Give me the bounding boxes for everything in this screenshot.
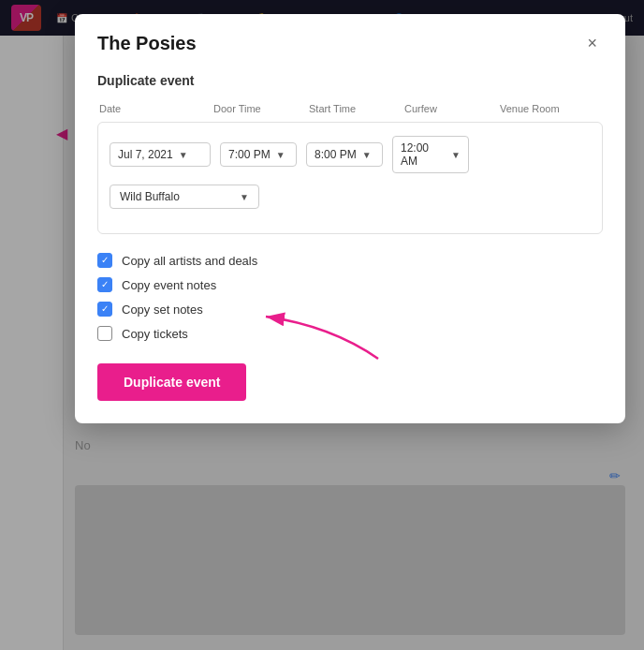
datetime-row: Jul 7, 2021 ▼ 7:00 PM ▼ 8:00 PM ▼ 12:00 … [110,136,591,173]
curfew-chevron-icon: ▼ [451,150,461,160]
venue-value: Wild Buffalo [120,190,180,203]
curfew-header: Curfew [404,103,489,114]
copy-artists-checkbox[interactable] [97,253,112,268]
copy-event-notes-checkbox[interactable] [97,277,112,292]
copy-tickets-checkbox[interactable] [97,326,112,341]
venue-chevron-icon: ▼ [240,192,249,202]
checkbox-item-copy-event-notes: Copy event notes [97,277,603,292]
copy-set-notes-label: Copy set notes [122,303,203,317]
start-time-header: Start Time [309,103,393,114]
duplicate-event-button[interactable]: Duplicate event [97,363,246,401]
copy-set-notes-checkbox[interactable] [97,302,112,317]
venue-room-header: Venue Room [500,103,584,114]
copy-artists-label: Copy all artists and deals [122,254,257,268]
copy-event-notes-label: Copy event notes [122,278,216,292]
start-time-chevron-icon: ▼ [362,150,372,160]
curfew-value: 12:00 AM [401,141,446,168]
date-value: Jul 7, 2021 [118,148,173,161]
door-time-header: Door Time [213,103,298,114]
datetime-headers: Date Door Time Start Time Curfew Venue R… [97,103,603,114]
venue-select[interactable]: Wild Buffalo ▼ [110,185,259,209]
annotation-arrow [219,307,388,363]
date-select[interactable]: Jul 7, 2021 ▼ [110,142,211,167]
modal-header: The Posies × [75,14,625,66]
start-time-select[interactable]: 8:00 PM ▼ [306,142,383,167]
venue-row: Wild Buffalo ▼ [110,185,591,209]
curfew-select[interactable]: 12:00 AM ▼ [392,136,469,173]
close-button[interactable]: × [581,33,603,53]
start-time-value: 8:00 PM [315,148,357,161]
form-box: Jul 7, 2021 ▼ 7:00 PM ▼ 8:00 PM ▼ 12:00 … [97,122,603,234]
copy-tickets-label: Copy tickets [122,327,188,341]
door-time-chevron-icon: ▼ [276,150,285,160]
section-title: Duplicate event [97,73,603,88]
duplicate-event-modal: The Posies × Duplicate event Date Door T… [75,14,625,423]
door-time-select[interactable]: 7:00 PM ▼ [220,142,297,167]
date-chevron-icon: ▼ [179,150,188,160]
door-time-value: 7:00 PM [228,148,271,161]
modal-body: Duplicate event Date Door Time Start Tim… [75,66,625,423]
date-header: Date [99,103,202,114]
modal-title: The Posies [97,33,197,54]
checkbox-item-copy-artists: Copy all artists and deals [97,253,603,268]
